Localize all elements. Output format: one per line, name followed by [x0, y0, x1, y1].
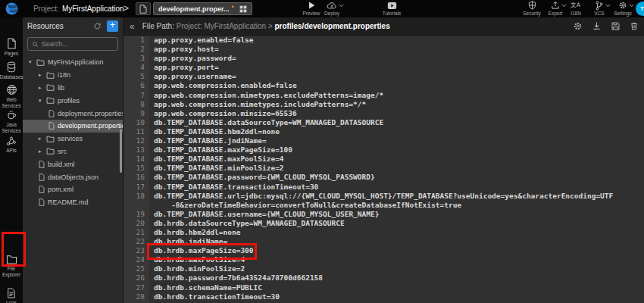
- chevron-collapsed-icon[interactable]: ▸: [39, 136, 46, 142]
- tree-item-readme-md[interactable]: README.md: [23, 196, 123, 209]
- tree-item-label: profiles: [58, 97, 80, 105]
- chevron-expanded-icon[interactable]: ▾: [39, 98, 46, 104]
- chevron-down-icon[interactable]: [629, 4, 634, 8]
- line-number: 28: [123, 292, 149, 301]
- document-icon: [139, 5, 147, 14]
- code-line-16: 16db.TEMP_DATABASE.password={WM_CLOUD_MY…: [123, 173, 644, 182]
- code-line-13: 13db.TEMP_DATABASE.maxPageSize=100: [123, 145, 644, 155]
- chevron-collapsed-icon[interactable]: ▸: [39, 148, 46, 155]
- tab-label: development.proper...: [158, 5, 230, 13]
- chevron-expanded-icon[interactable]: ▾: [29, 59, 36, 65]
- search-box[interactable]: [27, 37, 118, 51]
- topbar-action-settings[interactable]: Settings: [606, 1, 639, 16]
- code-viewport[interactable]: 1app.proxy.enabled=false2app.proxy.host=…: [123, 36, 644, 303]
- sidebar-item-label: Web Services: [0, 97, 23, 108]
- line-number: [123, 201, 149, 210]
- sidebar-item-label: APIs: [6, 148, 17, 154]
- topbar-action-tutorials[interactable]: Tutorials: [375, 1, 408, 16]
- tree-item-src[interactable]: ▸src: [23, 145, 123, 158]
- sidebar-item-file-explorer[interactable]: File Explorer: [0, 255, 23, 277]
- topbar-action-deploy[interactable]: Deploy: [315, 1, 349, 16]
- code-text: db.hrdb.maxPageSize=300: [149, 246, 254, 255]
- code-text: db.TEMP_DATABASE.username={WM_CLOUD_MYSQ…: [149, 210, 379, 219]
- search-input[interactable]: [42, 40, 114, 48]
- line-number: 23: [123, 246, 149, 255]
- line-number: 15: [123, 164, 149, 173]
- line-number: 6: [123, 81, 149, 90]
- tree-item-dataobjects-json[interactable]: dataObjects.json: [23, 170, 123, 183]
- page-icon: [7, 38, 17, 49]
- line-number: 13: [123, 145, 149, 155]
- code-line-5: 5app.proxy.username=: [123, 72, 644, 81]
- sidebar-item-web-services[interactable]: Web Services: [0, 84, 23, 108]
- sidebar-item-label: Pages: [5, 51, 18, 57]
- translate-icon: 文A: [571, 1, 581, 10]
- tree-item-myfirstapplication[interactable]: ▾MyFirstApplication: [23, 56, 123, 69]
- code-text: db.hrdb.maxPoolSize=4: [149, 255, 245, 264]
- code-text: app.proxy.host=: [149, 45, 219, 54]
- code-text: db.TEMP_DATABASE.maxPageSize=100: [149, 145, 292, 155]
- line-number: 26: [123, 273, 149, 283]
- tree-item-i18n[interactable]: ▸i18n: [23, 69, 123, 82]
- tree-item-profiles[interactable]: ▾profiles: [23, 94, 123, 107]
- folder-icon: [6, 255, 17, 264]
- code-line-6: 6app.web.compression.enabled=false: [123, 81, 644, 90]
- resources-panel: Resources + ▾MyFirstApplication▸i18n▸lib…: [23, 17, 123, 303]
- tree-item-lib[interactable]: ▸lib: [23, 82, 123, 95]
- sidebar-item-label: Logs: [6, 300, 17, 303]
- logs-icon: [7, 288, 16, 298]
- chevron-down-icon[interactable]: [339, 4, 344, 8]
- code-line-12: 12db.TEMP_DATABASE.jndiName=: [123, 136, 644, 145]
- tree-file-icon: [48, 122, 55, 130]
- code-line-8: 8app.web.compression.mimetypes.includePa…: [123, 100, 644, 109]
- tree-folder-icon: [46, 84, 55, 91]
- delete-trash-icon[interactable]: [630, 21, 639, 31]
- file-path-project: Project: MyFirstApplication >: [177, 22, 275, 30]
- chevron-collapsed-icon[interactable]: ▸: [39, 85, 46, 91]
- modified-indicator: •: [232, 5, 234, 9]
- line-number: 19: [123, 210, 149, 219]
- tree-item-services[interactable]: ▸services: [23, 133, 123, 145]
- add-resource-button[interactable]: +: [107, 20, 118, 32]
- sidebar-item-pages[interactable]: Pages: [0, 38, 23, 57]
- chevron-collapsed-icon[interactable]: ▸: [39, 72, 46, 78]
- code-line-11: 11db.TEMP_DATABASE.hbm2ddl=none: [123, 127, 644, 136]
- database-icon: [6, 61, 17, 73]
- tree-item-pom-xml[interactable]: pom.xml: [23, 183, 123, 196]
- code-text: app.web.compression.enabled=false: [149, 81, 297, 90]
- settings-gear-icon[interactable]: [573, 21, 583, 31]
- editor-area: « File Path: Project: MyFirstApplication…: [123, 17, 644, 303]
- svg-text:文A: 文A: [571, 2, 581, 8]
- project-name: MyFirstApplication: [62, 5, 124, 13]
- code-line-10: 10db.TEMP_DATABASE.dataSourceType=WM_MAN…: [123, 118, 644, 127]
- sidebar-item-logs[interactable]: Logs: [0, 288, 23, 303]
- refresh-icon[interactable]: [93, 22, 102, 30]
- code-text: db.TEMP_DATABASE.dataSourceType=WM_MANAG…: [149, 118, 383, 127]
- save-icon[interactable]: [611, 21, 621, 31]
- grid-icon[interactable]: [239, 5, 247, 13]
- scrollbar-thumb[interactable]: [120, 129, 122, 173]
- sidebar-item-java-services[interactable]: Java Services: [0, 109, 23, 133]
- tree-file-icon: [39, 186, 45, 193]
- code-line-9: 9app.web.compression.minsize=65536: [123, 109, 644, 118]
- tree-item-development-properties[interactable]: development.properties: [23, 120, 123, 133]
- file-type-button[interactable]: [136, 2, 151, 15]
- code-text: -8&zeroDateTimeBehavior=convertToNull&cr…: [149, 201, 461, 210]
- tab-development-properties[interactable]: development.proper... •: [153, 2, 252, 15]
- cloud-upload-icon: [327, 1, 337, 10]
- code-text: db.hrdb.dataSourceType=WM_MANAGED_DATASO…: [149, 219, 345, 228]
- sidebar-item-databases[interactable]: Databases: [0, 61, 23, 80]
- tree-item-build-xml[interactable]: build.xml: [23, 158, 123, 170]
- tree-item-label: pom.xml: [48, 186, 73, 193]
- collapse-panel-icon[interactable]: «: [130, 21, 135, 32]
- tree-item-deployment-properties[interactable]: deployment.properties: [23, 107, 123, 120]
- line-number: 22: [123, 237, 149, 246]
- code-line-wrap: -8&zeroDateTimeBehavior=convertToNull&cr…: [123, 201, 644, 210]
- code-text: db.hrdb.hbm2ddl=none: [149, 228, 240, 237]
- editor-toolbar: [573, 21, 639, 31]
- line-number: 10: [123, 118, 149, 127]
- code-line-26: 26db.hrdb.password=7b6a43524a78700d66215…: [123, 273, 644, 283]
- line-number: 7: [123, 91, 149, 100]
- sidebar-item-apis[interactable]: APIs: [0, 136, 23, 154]
- download-icon[interactable]: [592, 21, 602, 31]
